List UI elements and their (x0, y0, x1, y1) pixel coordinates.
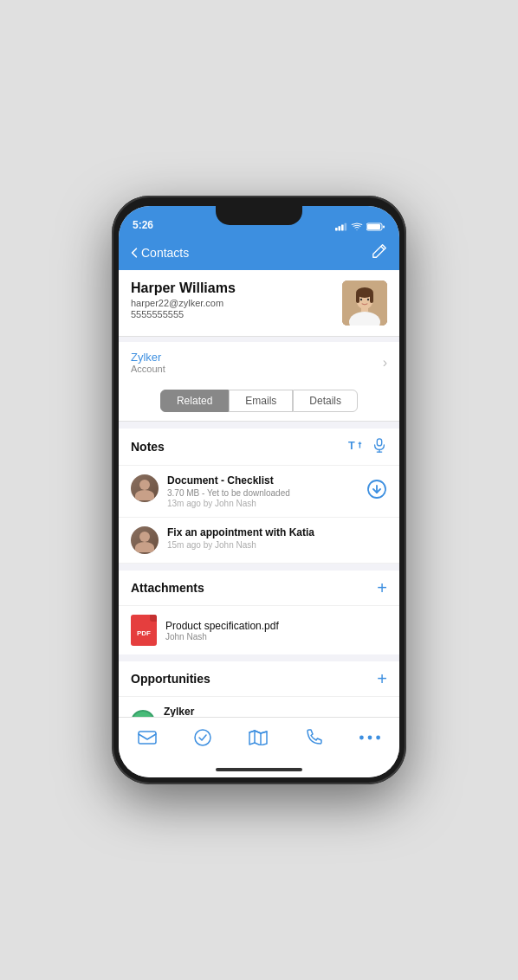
svg-rect-12 (356, 293, 359, 303)
svg-point-33 (368, 735, 372, 739)
attachment-author-0: John Nash (165, 632, 279, 642)
note-avatar-1 (131, 526, 159, 554)
account-info: Zylker Account (131, 351, 165, 374)
edit-button[interactable] (372, 243, 387, 262)
home-indicator (119, 762, 399, 777)
svg-text:T: T (348, 440, 355, 452)
note-subtitle-0: 3.70 MB - Yet to be downloaded (167, 488, 358, 498)
pdf-icon: PDF (131, 615, 157, 646)
bottom-tab-more[interactable] (351, 729, 389, 746)
tab-emails[interactable]: Emails (229, 390, 293, 412)
svg-rect-1 (339, 226, 341, 230)
battery-icon (366, 222, 385, 231)
phone-icon (305, 729, 322, 746)
signal-icon (335, 222, 347, 231)
note-item-0: Document - Checklist 3.70 MB - Yet to be… (119, 466, 399, 518)
account-row[interactable]: Zylker Account › (119, 342, 399, 383)
svg-point-32 (359, 735, 364, 739)
text-format-icon[interactable]: T (347, 437, 363, 456)
bottom-tab-check[interactable] (185, 724, 220, 751)
note-title-1: Fix an appointment with Katia (167, 526, 387, 538)
bottom-tab-bar (119, 717, 399, 762)
status-time: 5:26 (133, 219, 153, 231)
svg-rect-19 (377, 439, 381, 446)
svg-rect-0 (335, 228, 338, 231)
notes-section: Notes T (119, 429, 399, 564)
pencil-icon (372, 243, 387, 259)
notes-title: Notes (131, 440, 165, 454)
avatar-image (342, 280, 387, 326)
opportunity-name-0: Zylker (164, 706, 327, 717)
more-icon (359, 734, 380, 741)
opportunities-header: Opportunities + (119, 661, 399, 697)
navigation-bar: Contacts (119, 235, 399, 270)
note-title-0: Document - Checklist (167, 474, 358, 487)
chevron-left-icon (131, 247, 138, 259)
opportunity-status-icon (131, 710, 155, 718)
svg-point-29 (195, 730, 210, 745)
svg-point-14 (360, 299, 362, 300)
tab-details[interactable]: Details (293, 390, 358, 412)
bottom-tab-map[interactable] (240, 725, 276, 751)
bottom-tab-phone[interactable] (296, 724, 331, 751)
contact-info: Harper Williams harper22@zylker.com 5555… (131, 280, 236, 319)
notes-actions: T (347, 437, 387, 456)
add-opportunity-button[interactable]: + (377, 670, 387, 687)
opportunities-title: Opportunities (131, 672, 210, 686)
note-item-1: Fix an appointment with Katia 15m ago by… (119, 518, 399, 564)
svg-rect-6 (383, 226, 385, 229)
tab-related[interactable]: Related (160, 390, 229, 412)
status-icons (335, 222, 385, 231)
contact-header: Harper Williams harper22@zylker.com 5555… (119, 270, 399, 337)
svg-rect-5 (367, 224, 380, 229)
svg-point-15 (367, 299, 369, 300)
notch (216, 206, 302, 225)
wifi-icon (351, 222, 363, 231)
mail-icon (138, 731, 157, 745)
account-type: Account (131, 364, 165, 374)
contact-avatar (342, 280, 387, 326)
download-icon[interactable] (366, 479, 387, 504)
back-button[interactable]: Contacts (131, 246, 189, 260)
attachment-name-0: Product specification.pdf (165, 620, 279, 632)
svg-rect-3 (345, 223, 347, 231)
back-label: Contacts (141, 246, 189, 260)
account-name: Zylker (131, 351, 165, 364)
opportunities-section: Opportunities + Zylker Proposal Oct 11, … (119, 661, 399, 717)
svg-rect-2 (341, 224, 344, 230)
note-avatar-0 (131, 474, 159, 502)
tabs-container: Related Emails Details (119, 383, 399, 422)
attachment-info-0: Product specification.pdf John Nash (165, 620, 279, 642)
note-meta-1: 15m ago by John Nash (167, 540, 387, 550)
note-meta-0: 13m ago by John Nash (167, 499, 358, 508)
chevron-right-icon: › (383, 355, 387, 371)
check-circle-icon (194, 729, 211, 746)
opportunity-info-0: Zylker Proposal Oct 11, 2019 (164, 706, 327, 717)
contact-email: harper22@zylker.com (131, 298, 236, 308)
contact-phone: 5555555555 (131, 309, 236, 319)
note-content-0: Document - Checklist 3.70 MB - Yet to be… (167, 474, 358, 508)
content-area[interactable]: Harper Williams harper22@zylker.com 5555… (119, 270, 399, 717)
attachments-section: Attachments + PDF Product specification.… (119, 571, 399, 654)
add-attachment-button[interactable]: + (377, 579, 387, 596)
home-bar (216, 768, 302, 771)
note-content-1: Fix an appointment with Katia 15m ago by… (167, 526, 387, 550)
bottom-tab-mail[interactable] (129, 725, 165, 750)
contact-name: Harper Williams (131, 280, 236, 296)
svg-rect-28 (139, 732, 156, 744)
svg-point-34 (377, 735, 381, 739)
svg-rect-13 (370, 293, 373, 303)
opportunity-item-0: Zylker Proposal Oct 11, 2019 $15,000.00 (119, 697, 399, 717)
attachments-title: Attachments (131, 581, 204, 595)
attachment-item-0: PDF Product specification.pdf John Nash (119, 606, 399, 654)
notes-header: Notes T (119, 429, 399, 466)
phone-screen: 5:26 (119, 206, 399, 777)
map-icon (249, 730, 268, 745)
attachments-header: Attachments + (119, 571, 399, 606)
phone-frame: 5:26 (112, 196, 406, 784)
microphone-icon[interactable] (372, 437, 387, 456)
